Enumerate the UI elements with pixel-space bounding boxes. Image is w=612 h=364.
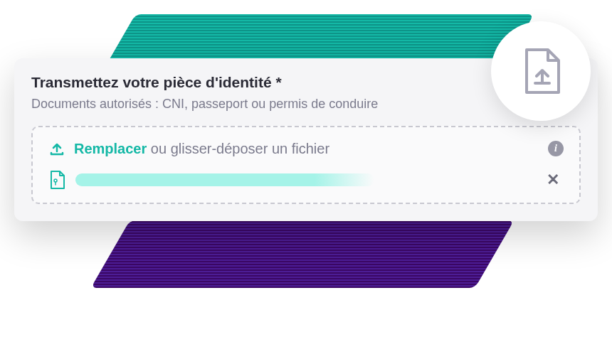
dropzone-text: Remplacer ou glisser-déposer un fichier <box>74 141 329 157</box>
dropzone-instructions-row: Remplacer ou glisser-déposer un fichier … <box>48 140 564 157</box>
floating-upload-badge <box>491 21 591 121</box>
remove-file-button[interactable]: ✕ <box>542 171 564 189</box>
drag-text: ou glisser-déposer un fichier <box>147 141 329 156</box>
file-dropzone[interactable]: Remplacer ou glisser-déposer un fichier … <box>31 126 581 204</box>
file-info-left <box>48 170 534 190</box>
info-icon[interactable]: i <box>548 141 564 156</box>
dropzone-instructions-left: Remplacer ou glisser-déposer un fichier <box>48 140 329 157</box>
decorative-purple-shape <box>91 220 515 288</box>
file-upload-icon <box>519 46 562 96</box>
replace-button[interactable]: Remplacer <box>74 141 147 156</box>
upload-icon <box>48 140 65 157</box>
pdf-file-icon <box>48 170 65 190</box>
card-subtitle: Documents autorisés : CNI, passeport ou … <box>31 97 581 112</box>
uploaded-file-row: ✕ <box>48 170 564 190</box>
file-name-placeholder <box>75 173 374 186</box>
